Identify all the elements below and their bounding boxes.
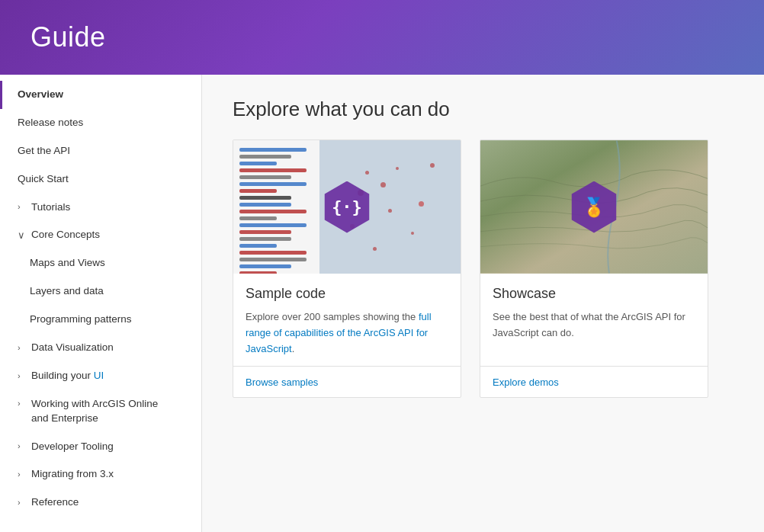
sidebar-item-tutorials[interactable]: › Tutorials	[0, 194, 201, 222]
map-dot	[396, 167, 399, 170]
showcase-badge: 🏅	[568, 181, 620, 233]
code-line	[239, 168, 307, 172]
card-sample-code-title: Sample code	[246, 286, 448, 302]
explore-demos-link[interactable]: Explore demos	[493, 377, 559, 388]
sidebar-label-get-the-api: Get the API	[18, 144, 70, 159]
sidebar-item-developer-tooling[interactable]: › Developer Tooling	[0, 433, 201, 461]
code-line	[239, 182, 307, 186]
sidebar-item-layers-and-data[interactable]: Layers and data	[0, 277, 201, 306]
card-showcase-title: Showcase	[493, 286, 695, 302]
code-line	[239, 244, 277, 248]
code-line	[239, 148, 307, 152]
card-sample-code-body: Sample code Explore over 200 samples sho…	[233, 274, 461, 366]
code-line	[239, 271, 277, 274]
sidebar-item-maps-and-views[interactable]: Maps and Views	[0, 249, 201, 277]
code-line	[239, 230, 291, 234]
code-line	[239, 264, 291, 268]
sidebar-item-programming-patterns[interactable]: Programming patterns	[0, 306, 201, 334]
sample-code-badge: {·}	[321, 181, 373, 233]
main-layout: Overview Release notes Get the API Quick…	[0, 75, 764, 532]
chevron-right-icon-3: ›	[18, 370, 27, 382]
code-line	[239, 258, 307, 261]
card-description-text-end: .	[292, 343, 295, 354]
sidebar-label-migrating-from-3x: Migrating from 3.x	[31, 467, 114, 482]
sidebar-item-release-notes[interactable]: Release notes	[0, 109, 201, 137]
section-title: Explore what you can do	[233, 98, 734, 121]
card-description-text-start: Explore over 200 samples showing the	[246, 311, 419, 322]
card-sample-code-image: {·}	[233, 140, 461, 274]
code-line	[239, 223, 307, 227]
card-showcase-body: Showcase See the best that of what the A…	[480, 274, 708, 366]
hex-shape: {·}	[321, 181, 373, 233]
map-dot	[365, 171, 369, 175]
sidebar-label-reference: Reference	[31, 495, 79, 510]
sidebar-item-core-concepts[interactable]: ∨ Core Concepts	[0, 221, 201, 249]
code-line	[239, 210, 307, 213]
sidebar-item-quick-start[interactable]: Quick Start	[0, 165, 201, 194]
map-dot	[419, 201, 424, 207]
sidebar-item-building-your-ui[interactable]: › Building your UI	[0, 362, 201, 390]
map-dot	[373, 247, 377, 251]
sidebar-label-building-your-ui: Building your UI	[31, 369, 104, 383]
chevron-right-icon: ›	[18, 201, 27, 213]
sidebar-label-release-notes: Release notes	[18, 116, 83, 130]
medal-icon: 🏅	[583, 197, 605, 218]
card-sample-code-description: Explore over 200 samples showing the ful…	[246, 309, 448, 357]
code-line	[239, 203, 291, 207]
sidebar-label-developer-tooling: Developer Tooling	[31, 440, 114, 454]
chevron-right-icon-4: ›	[18, 398, 27, 409]
sidebar-label-maps-and-views: Maps and Views	[30, 256, 105, 271]
sidebar-label-layers-and-data: Layers and data	[30, 284, 104, 299]
code-line	[239, 196, 291, 200]
browse-samples-link[interactable]: Browse samples	[246, 377, 318, 388]
sidebar-label-working-with-arcgis: Working with ArcGIS Onlineand Enterprise	[31, 397, 158, 426]
card-sample-code-link-area: Browse samples	[233, 366, 461, 397]
card-showcase: 🏅 Showcase See the best that of what the…	[480, 139, 708, 398]
sidebar-label-programming-patterns: Programming patterns	[30, 312, 132, 327]
main-content: Explore what you can do	[202, 75, 764, 532]
card-showcase-link-area: Explore demos	[480, 366, 708, 397]
code-line	[239, 216, 277, 220]
map-dot	[430, 163, 435, 168]
sidebar-item-migrating-from-3x[interactable]: › Migrating from 3.x	[0, 460, 201, 489]
sidebar-item-reference[interactable]: › Reference	[0, 489, 201, 517]
cards-grid: {·} Sample code Explore over 200 samples…	[233, 139, 734, 398]
card-showcase-description: See the best that of what the ArcGIS API…	[493, 309, 695, 341]
sidebar-label-tutorials: Tutorials	[31, 200, 70, 215]
sidebar-label-quick-start: Quick Start	[18, 172, 69, 187]
sidebar-item-data-visualization[interactable]: › Data Visualization	[0, 334, 201, 362]
chevron-right-icon-7: ›	[18, 497, 27, 508]
code-line	[239, 237, 291, 241]
chevron-right-icon-2: ›	[18, 342, 27, 354]
sidebar-label-data-visualization: Data Visualization	[31, 341, 114, 355]
chevron-right-icon-6: ›	[18, 469, 27, 480]
sidebar-item-working-with-arcgis[interactable]: › Working with ArcGIS Onlineand Enterpri…	[0, 390, 201, 433]
code-icon: {·}	[332, 197, 362, 216]
sidebar-label-overview: Overview	[18, 88, 63, 102]
code-line	[239, 162, 277, 165]
sidebar: Overview Release notes Get the API Quick…	[0, 75, 202, 532]
chevron-down-icon: ∨	[18, 229, 27, 242]
hex-shape-showcase: 🏅	[568, 181, 620, 233]
code-line	[239, 189, 277, 193]
sidebar-label-core-concepts: Core Concepts	[31, 228, 100, 242]
code-lines-decoration	[233, 140, 319, 274]
map-dot	[388, 209, 392, 213]
page-title: Guide	[30, 21, 106, 53]
code-line	[239, 155, 291, 159]
chevron-right-icon-5: ›	[18, 441, 27, 452]
map-dot	[380, 182, 386, 187]
card-sample-code: {·} Sample code Explore over 200 samples…	[233, 139, 461, 398]
map-dot	[411, 232, 414, 235]
code-line	[239, 175, 291, 179]
card-showcase-image: 🏅	[480, 140, 708, 274]
sidebar-item-overview[interactable]: Overview	[0, 81, 201, 109]
page-header: Guide	[0, 0, 764, 75]
sidebar-item-get-the-api[interactable]: Get the API	[0, 137, 201, 165]
code-line	[239, 251, 307, 255]
